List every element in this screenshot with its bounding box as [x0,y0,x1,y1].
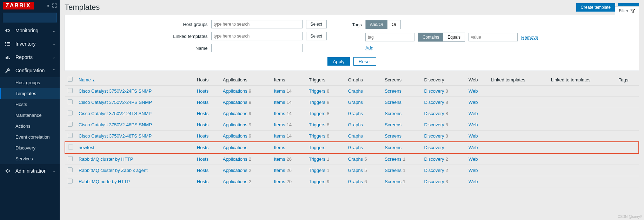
col-graphs[interactable]: Graphs [345,74,382,86]
graphs-link[interactable]: Graphs [348,168,363,173]
screens-link[interactable]: Screens [385,168,401,173]
graphs-link[interactable]: Graphs [348,145,363,150]
discovery-link[interactable]: Discovery [424,122,444,127]
discovery-link[interactable]: Discovery [424,111,444,116]
template-name-link[interactable]: RabbitMQ node by HTTP [79,179,130,184]
sidebar-item-discovery[interactable]: Discovery [0,142,60,153]
applications-link[interactable]: Applications [223,100,247,105]
template-name-link[interactable]: Cisco Catalyst 3750V2-48PS SNMP [79,122,152,127]
sidebar-item-host-groups[interactable]: Host groups [0,77,60,88]
screens-link[interactable]: Screens [385,133,401,139]
sidebar-section-monitoring[interactable]: Monitoring⌄ [0,24,60,37]
template-name-link[interactable]: Cisco Catalyst 3750V2-24FS SNMP [79,88,152,94]
screens-link[interactable]: Screens [385,179,401,184]
sidebar-section-inventory[interactable]: Inventory⌄ [0,37,60,51]
triggers-link[interactable]: Triggers [309,133,325,139]
andor-option-1[interactable]: Or [387,20,400,29]
hosts-link[interactable]: Hosts [197,168,208,173]
row-checkbox[interactable] [68,99,73,104]
linked-templates-select-button[interactable]: Select [306,32,327,40]
expand-icon[interactable]: ⛶ [52,3,57,8]
hosts-link[interactable]: Hosts [197,156,208,162]
sidebar-item-maintenance[interactable]: Maintenance [0,110,60,121]
col-linked-templates[interactable]: Linked templates [488,74,548,86]
triggers-link[interactable]: Triggers [309,122,325,127]
applications-link[interactable]: Applications [223,88,247,94]
template-name-link[interactable]: Cisco Catalyst 3750V2-24PS SNMP [79,100,152,105]
tag-value-input[interactable] [469,33,518,41]
template-name-link[interactable]: Cisco Catalyst 3750V2-24TS SNMP [79,111,152,116]
sidebar-section-administration[interactable]: Administration⌄ [0,164,60,178]
web-link[interactable]: Web [469,168,478,173]
applications-link[interactable]: Applications [223,122,247,127]
applications-link[interactable]: Applications [223,156,247,162]
select-all-checkbox[interactable] [68,77,73,82]
triggers-link[interactable]: Triggers [309,111,325,116]
discovery-link[interactable]: Discovery [424,100,444,105]
add-tag-link[interactable]: Add [365,45,373,51]
web-link[interactable]: Web [469,145,478,150]
screens-link[interactable]: Screens [385,156,401,162]
col-web[interactable]: Web [466,74,488,86]
sidebar-item-event-correlation[interactable]: Event correlation [0,132,60,142]
graphs-link[interactable]: Graphs [348,133,363,139]
row-checkbox[interactable] [68,145,73,149]
graphs-link[interactable]: Graphs [348,179,363,184]
items-link[interactable]: Items [274,179,285,184]
col-screens[interactable]: Screens [382,74,421,86]
discovery-link[interactable]: Discovery [424,179,444,184]
template-name-link[interactable]: RabbitMQ cluster by HTTP [79,156,133,162]
sidebar-item-actions[interactable]: Actions [0,121,60,132]
discovery-link[interactable]: Discovery [424,88,444,94]
triggers-link[interactable]: Triggers [309,88,325,94]
col-hosts[interactable]: Hosts [194,74,220,86]
row-checkbox[interactable] [68,88,73,93]
discovery-link[interactable]: Discovery [424,133,444,139]
hosts-link[interactable]: Hosts [197,111,208,116]
web-link[interactable]: Web [469,156,478,162]
triggers-link[interactable]: Triggers [309,179,325,184]
applications-link[interactable]: Applications [223,168,247,173]
triggers-link[interactable]: Triggers [309,100,325,105]
template-name-link[interactable]: RabbitMQ cluster by Zabbix agent [79,168,148,173]
items-link[interactable]: Items [274,88,285,94]
triggers-link[interactable]: Triggers [309,145,325,150]
graphs-link[interactable]: Graphs [348,156,363,162]
items-link[interactable]: Items [274,156,285,162]
applications-link[interactable]: Applications [223,145,247,150]
col-items[interactable]: Items [271,74,306,86]
create-template-button[interactable]: Create template [576,3,615,12]
items-link[interactable]: Items [274,168,285,173]
filter-tab[interactable]: Filter [615,6,639,15]
screens-link[interactable]: Screens [385,100,401,105]
discovery-link[interactable]: Discovery [424,156,444,162]
host-groups-input[interactable] [211,20,303,28]
applications-link[interactable]: Applications [223,133,247,139]
applications-link[interactable]: Applications [223,111,247,116]
screens-link[interactable]: Screens [385,122,401,127]
graphs-link[interactable]: Graphs [348,100,363,105]
contains-option-0[interactable]: Contains [418,33,443,41]
web-link[interactable]: Web [469,133,478,139]
hosts-link[interactable]: Hosts [197,133,208,139]
web-link[interactable]: Web [469,179,478,184]
col-name[interactable]: Name ▲ [79,77,95,82]
sidebar-section-reports[interactable]: Reports⌄ [0,51,60,64]
items-link[interactable]: Items [274,133,285,139]
contains-option-1[interactable]: Equals [443,33,465,41]
screens-link[interactable]: Screens [385,88,401,94]
reset-button[interactable]: Reset [353,57,376,66]
collapse-sidebar-icon[interactable]: « [46,3,49,8]
linked-templates-input[interactable] [211,32,303,40]
graphs-link[interactable]: Graphs [348,111,363,116]
search-input[interactable] [5,15,65,20]
graphs-link[interactable]: Graphs [348,122,363,127]
web-link[interactable]: Web [469,111,478,116]
web-link[interactable]: Web [469,88,478,94]
andor-option-0[interactable]: And/Or [366,20,387,29]
items-link[interactable]: Items [274,145,285,150]
row-checkbox[interactable] [68,156,73,161]
col-applications[interactable]: Applications [220,74,271,86]
hosts-link[interactable]: Hosts [197,88,208,94]
template-name-link[interactable]: newtest [79,145,94,150]
